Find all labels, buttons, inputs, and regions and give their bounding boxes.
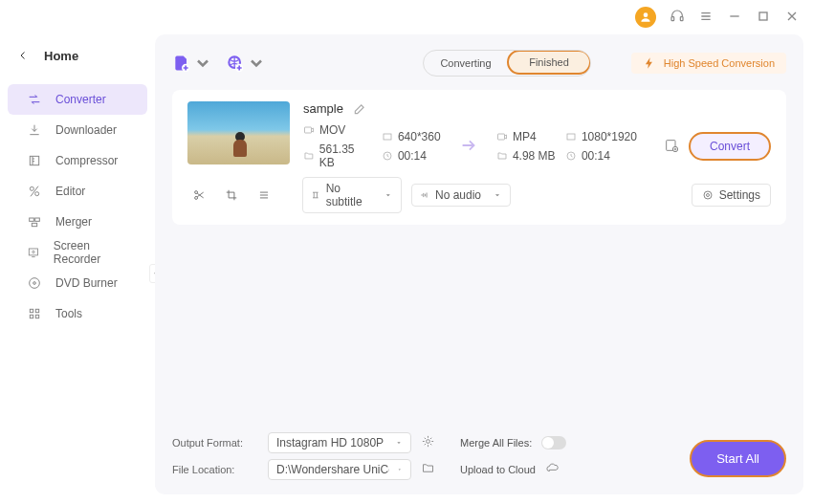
arrow-icon — [458, 135, 479, 159]
svg-rect-16 — [30, 315, 33, 318]
tab-converting[interactable]: Converting — [424, 51, 508, 76]
dst-format: MP4 — [496, 130, 556, 143]
download-icon — [27, 122, 42, 138]
src-dur: 00:14 — [382, 149, 441, 163]
sidebar-item-dvd-burner[interactable]: DVD Burner — [8, 268, 147, 298]
folder-icon — [303, 150, 315, 162]
svg-rect-15 — [35, 309, 38, 312]
sidebar-item-merger[interactable]: Merger — [8, 207, 147, 237]
chevron-down-icon — [493, 190, 502, 200]
src-res: 640*360 — [382, 130, 441, 143]
merge-toggle[interactable] — [541, 436, 566, 449]
svg-point-33 — [427, 440, 430, 444]
crop-button[interactable] — [220, 184, 243, 207]
output-format-dropdown[interactable]: Instagram HD 1080P — [268, 432, 411, 453]
svg-rect-7 — [30, 218, 34, 221]
trim-button[interactable] — [187, 184, 210, 207]
add-url-button[interactable] — [226, 54, 266, 73]
svg-point-13 — [33, 282, 36, 285]
svg-rect-25 — [567, 134, 575, 140]
nav-label: DVD Burner — [55, 276, 118, 290]
svg-rect-2 — [680, 16, 683, 20]
close-button[interactable] — [784, 9, 800, 27]
svg-point-5 — [30, 186, 33, 190]
svg-rect-4 — [30, 156, 38, 164]
status-tabs: Converting Finished — [423, 50, 591, 77]
file-location-label: File Location: — [172, 464, 258, 475]
video-icon — [496, 131, 508, 142]
minimize-button[interactable] — [727, 9, 742, 27]
menu-icon[interactable] — [698, 9, 714, 27]
add-url-icon — [226, 54, 245, 73]
chevron-down-icon — [395, 439, 403, 447]
lightning-icon — [643, 56, 656, 70]
recorder-icon — [27, 245, 40, 260]
file-name: sample — [303, 101, 343, 116]
sidebar-item-converter[interactable]: Converter — [8, 84, 147, 115]
svg-rect-8 — [35, 218, 40, 221]
file-location-dropdown[interactable]: D:\Wondershare UniConverter 1 — [268, 459, 411, 480]
gear-icon — [702, 189, 714, 201]
user-avatar[interactable] — [635, 7, 656, 28]
convert-button[interactable]: Convert — [689, 132, 771, 161]
sidebar-item-compressor[interactable]: Compressor — [8, 145, 147, 176]
audio-dropdown[interactable]: No audio — [411, 184, 511, 207]
subtitle-value: No subtitle — [326, 182, 379, 208]
dvd-icon — [27, 275, 42, 291]
svg-point-31 — [706, 194, 709, 197]
start-all-button[interactable]: Start All — [690, 440, 786, 477]
svg-rect-1 — [671, 16, 674, 20]
chevron-down-icon — [384, 190, 393, 200]
edit-icon[interactable] — [353, 102, 366, 116]
audio-icon — [420, 190, 429, 200]
sidebar: Home Converter Downloader Compressor Edi… — [0, 34, 155, 504]
subtitle-dropdown[interactable]: No subtitle — [302, 177, 402, 213]
effect-button[interactable] — [253, 184, 275, 207]
chevron-down-icon — [247, 54, 266, 73]
headset-icon[interactable] — [670, 9, 685, 27]
src-format: MOV — [303, 123, 372, 137]
open-folder-button[interactable] — [421, 461, 435, 478]
svg-rect-10 — [29, 249, 37, 255]
svg-rect-3 — [759, 12, 767, 20]
svg-point-32 — [704, 191, 712, 199]
upload-label: Upload to Cloud — [460, 464, 536, 475]
tools-icon — [27, 306, 42, 321]
thumbnail[interactable] — [187, 101, 290, 164]
chevron-left-icon — [17, 50, 29, 61]
merge-label: Merge All Files: — [460, 437, 532, 449]
compressor-icon — [27, 153, 42, 168]
src-size: 561.35 KB — [303, 142, 372, 169]
svg-point-29 — [195, 191, 198, 194]
tab-finished[interactable]: Finished — [507, 50, 591, 75]
home-button[interactable]: Home — [0, 38, 155, 73]
high-speed-toggle[interactable]: High Speed Conversion — [631, 53, 786, 74]
clock-icon — [565, 150, 577, 162]
sidebar-item-editor[interactable]: Editor — [8, 176, 147, 207]
preset-button[interactable] — [664, 138, 679, 156]
sidebar-item-tools[interactable]: Tools — [8, 298, 147, 329]
output-settings-button[interactable] — [421, 434, 435, 451]
nav-label: Editor — [55, 185, 85, 198]
maximize-button[interactable] — [756, 9, 771, 27]
cloud-upload-button[interactable] — [545, 461, 560, 478]
settings-button[interactable]: Settings — [692, 184, 771, 207]
audio-value: No audio — [435, 188, 481, 202]
clock-icon — [382, 150, 393, 162]
dst-size: 4.98 MB — [496, 149, 556, 163]
svg-point-6 — [35, 192, 39, 196]
add-file-button[interactable] — [172, 54, 212, 73]
sidebar-item-downloader[interactable]: Downloader — [8, 115, 147, 145]
dst-res: 1080*1920 — [565, 130, 637, 143]
resolution-icon — [565, 131, 577, 142]
nav-label: Converter — [55, 93, 106, 106]
svg-point-0 — [644, 12, 648, 17]
merger-icon — [27, 214, 42, 230]
sidebar-item-screen-recorder[interactable]: Screen Recorder — [8, 237, 147, 268]
svg-rect-24 — [497, 134, 504, 140]
nav-label: Merger — [55, 215, 92, 229]
chevron-down-icon — [397, 466, 403, 473]
svg-point-30 — [195, 196, 198, 199]
dst-dur: 00:14 — [565, 149, 637, 163]
video-icon — [303, 124, 315, 136]
